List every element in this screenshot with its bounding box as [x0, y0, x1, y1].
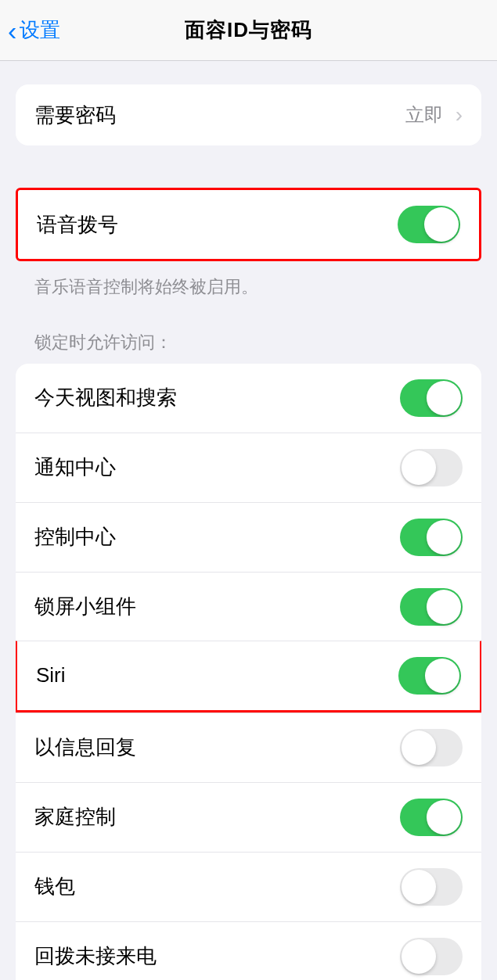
- require-passcode-label: 需要密码: [34, 102, 116, 129]
- lock-toggle-control[interactable]: [400, 519, 463, 556]
- lock-label-callback: 回拨未接来电: [34, 942, 157, 970]
- toggle-knob: [427, 520, 461, 555]
- chevron-left-icon: ‹: [8, 17, 16, 44]
- lock-toggle-siri[interactable]: [398, 657, 461, 695]
- chevron-right-icon: ›: [456, 102, 463, 127]
- back-button[interactable]: ‹ 设置: [8, 16, 60, 44]
- lock-label-siri: Siri: [36, 663, 66, 687]
- toggle-knob: [427, 800, 461, 835]
- content: 需要密码 立即 › 语音拨号 音乐语音控制将始终被启用。 锁定时允许访问： 今天…: [0, 61, 497, 980]
- lock-row-control: 控制中心: [16, 502, 481, 572]
- page-title: 面容ID与密码: [185, 16, 312, 44]
- voice-dial-label: 语音拨号: [37, 211, 118, 239]
- toggle-knob: [402, 451, 436, 485]
- back-label: 设置: [20, 16, 60, 44]
- lock-row-today: 今天视图和搜索: [16, 364, 481, 433]
- passcode-group: 需要密码 立即 ›: [16, 84, 481, 145]
- lock-toggle-callback[interactable]: [400, 938, 463, 975]
- voice-dial-group: 语音拨号: [18, 190, 479, 259]
- lock-row-widgets: 锁屏小组件: [16, 572, 481, 641]
- lock-row-callback: 回拨未接来电: [16, 921, 481, 980]
- lock-row-reply: 以信息回复: [16, 713, 481, 782]
- lock-access-header: 锁定时允许访问：: [16, 318, 481, 364]
- lock-access-group: 今天视图和搜索通知中心控制中心锁屏小组件Siri以信息回复家庭控制钱包回拨未接来…: [16, 364, 481, 980]
- voice-dial-footer: 音乐语音控制将始终被启用。: [16, 269, 481, 318]
- voice-dial-highlight: 语音拨号: [16, 188, 481, 261]
- nav-bar: ‹ 设置 面容ID与密码: [0, 0, 497, 61]
- require-passcode-value: 立即 ›: [405, 102, 463, 127]
- lock-toggle-notifications[interactable]: [400, 449, 463, 486]
- lock-label-reply: 以信息回复: [34, 734, 136, 761]
- lock-toggle-today[interactable]: [400, 379, 463, 417]
- lock-row-home: 家庭控制: [16, 782, 481, 852]
- lock-label-home: 家庭控制: [34, 803, 116, 831]
- lock-label-notifications: 通知中心: [34, 454, 116, 481]
- lock-label-wallet: 钱包: [34, 873, 75, 900]
- toggle-knob: [402, 939, 436, 974]
- lock-toggle-wallet[interactable]: [400, 868, 463, 906]
- lock-row-siri: Siri: [16, 641, 481, 713]
- lock-toggle-reply[interactable]: [400, 729, 463, 766]
- toggle-knob: [402, 870, 436, 904]
- lock-toggle-home[interactable]: [400, 799, 463, 836]
- lock-row-wallet: 钱包: [16, 852, 481, 921]
- lock-toggle-widgets[interactable]: [400, 588, 463, 626]
- toggle-knob: [402, 731, 436, 765]
- voice-dial-toggle[interactable]: [398, 206, 460, 243]
- toggle-knob: [427, 590, 461, 624]
- lock-row-notifications: 通知中心: [16, 433, 481, 502]
- toggle-knob: [427, 381, 461, 415]
- lock-label-widgets: 锁屏小组件: [34, 593, 136, 620]
- lock-label-today: 今天视图和搜索: [34, 384, 177, 411]
- toggle-knob: [424, 207, 459, 242]
- voice-dial-row: 语音拨号: [18, 190, 479, 259]
- toggle-knob: [425, 659, 459, 693]
- lock-label-control: 控制中心: [34, 523, 116, 551]
- require-passcode-row[interactable]: 需要密码 立即 ›: [16, 84, 481, 145]
